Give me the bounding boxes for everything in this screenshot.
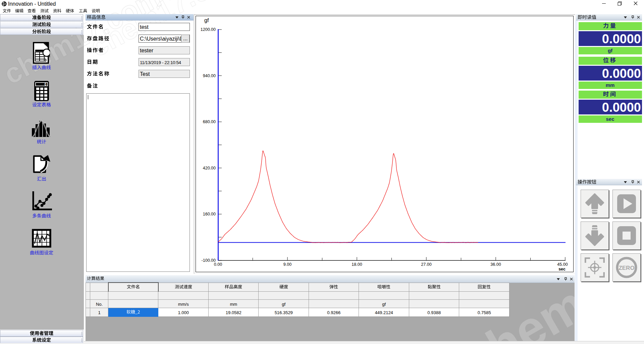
svg-text:ZERO: ZERO <box>619 265 634 271</box>
